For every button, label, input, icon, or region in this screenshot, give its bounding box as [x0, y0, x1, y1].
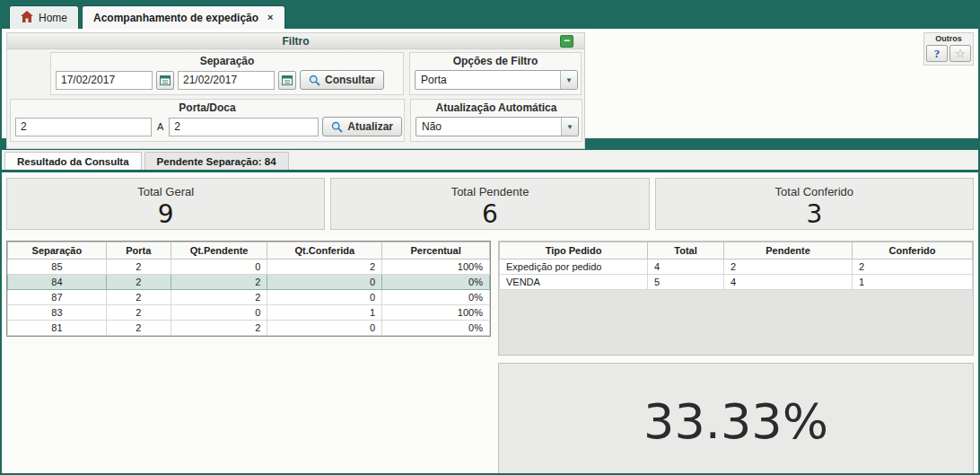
- table-cell[interactable]: 2: [106, 259, 171, 275]
- separacao-table: SeparaçãoPortaQt.PendenteQt.ConferidaPer…: [7, 242, 490, 336]
- table-header-row: SeparaçãoPortaQt.PendenteQt.ConferidaPer…: [8, 242, 490, 259]
- group-separacao-title: Separação: [56, 55, 398, 67]
- consultar-button[interactable]: Consultar: [300, 70, 384, 90]
- atualizar-button[interactable]: Atualizar: [322, 117, 402, 136]
- table-cell[interactable]: 85: [8, 259, 107, 275]
- table-cell[interactable]: 81: [8, 321, 107, 336]
- table-cell[interactable]: 1: [853, 275, 973, 290]
- card-total-pendente: Total Pendente 6: [330, 178, 649, 230]
- collapse-filter-button[interactable]: −: [560, 35, 573, 48]
- table-cell[interactable]: 5: [648, 275, 724, 290]
- table-row[interactable]: 812200%: [8, 321, 490, 336]
- result-tab-bar: Resultado da Consulta Pendente Separação…: [2, 150, 978, 172]
- porta-from-input[interactable]: [15, 118, 152, 136]
- app-window: Home Acompanhamento de expedição × Filtr…: [0, 0, 980, 475]
- table-cell[interactable]: 2: [171, 275, 267, 290]
- group-atualizacao-automatica: Atualização Automática Não ▼: [410, 99, 582, 142]
- table-cell[interactable]: 2: [106, 321, 171, 336]
- table-cell[interactable]: Expedição por pedido: [500, 259, 648, 275]
- table-cell[interactable]: 84: [8, 275, 107, 290]
- table-cell[interactable]: 1: [267, 305, 382, 321]
- filtro-tipo-select[interactable]: Porta ▼: [415, 70, 578, 90]
- home-icon: [21, 11, 33, 25]
- table-cell[interactable]: 0: [267, 321, 382, 336]
- card-label: Total Conferido: [656, 185, 973, 198]
- table-cell[interactable]: 100%: [382, 259, 490, 275]
- percentual-conferido-value: 33.33%: [643, 393, 828, 450]
- tab-main-label: Acompanhamento de expedição: [93, 12, 258, 24]
- card-value: 6: [331, 199, 648, 229]
- outros-panel: Outros ? ☆: [923, 32, 974, 66]
- table-row[interactable]: 872200%: [8, 290, 490, 305]
- summary-cards: Total Geral 9 Total Pendente 6 Total Con…: [2, 172, 978, 235]
- help-button[interactable]: ?: [926, 45, 948, 62]
- tipo-pedido-panel: Tipo PedidoTotalPendenteConferido Expedi…: [498, 241, 974, 356]
- consultar-label: Consultar: [325, 74, 375, 86]
- date-from-input[interactable]: [56, 71, 153, 90]
- outros-title: Outros: [926, 34, 971, 43]
- group-atualizacao-title: Atualização Automática: [416, 101, 577, 114]
- column-header[interactable]: Separação: [8, 242, 107, 259]
- group-opcoes-filtro: Opções de Filtro Porta ▼: [409, 52, 582, 95]
- table-row[interactable]: 85202100%: [8, 259, 490, 275]
- table-cell[interactable]: 2: [106, 275, 171, 290]
- table-row[interactable]: VENDA541: [500, 275, 973, 290]
- tab-resultado-consulta[interactable]: Resultado da Consulta: [4, 152, 142, 170]
- card-total-conferido: Total Conferido 3: [655, 178, 974, 230]
- table-cell[interactable]: 0%: [382, 290, 490, 305]
- table-cell[interactable]: VENDA: [500, 275, 648, 290]
- chevron-down-icon[interactable]: ▼: [561, 118, 578, 136]
- column-header[interactable]: Porta: [106, 242, 171, 259]
- chevron-down-icon[interactable]: ▼: [560, 71, 577, 89]
- table-row[interactable]: Expedição por pedido422: [500, 259, 973, 275]
- column-header[interactable]: Conferido: [853, 242, 973, 259]
- table-row[interactable]: 842200%: [8, 275, 490, 290]
- table-cell[interactable]: 83: [8, 305, 107, 321]
- table-cell[interactable]: 2: [853, 259, 973, 275]
- tab-acompanhamento-expedicao[interactable]: Acompanhamento de expedição ×: [82, 5, 284, 29]
- group-porta-doca: Porta/Doca A Atualizar: [10, 99, 405, 142]
- table-cell[interactable]: 0%: [382, 275, 490, 290]
- calendar-from-button[interactable]: [156, 71, 174, 90]
- table-row[interactable]: 83201100%: [8, 305, 490, 321]
- table-cell[interactable]: 100%: [382, 305, 490, 321]
- table-cell[interactable]: 0: [267, 290, 382, 305]
- close-tab-icon[interactable]: ×: [267, 13, 273, 22]
- table-cell[interactable]: 0: [171, 259, 267, 275]
- table-cell[interactable]: 0: [267, 275, 382, 290]
- column-header[interactable]: Qt.Pendente: [171, 242, 267, 259]
- tab-home-label: Home: [39, 12, 67, 24]
- table-cell[interactable]: 2: [171, 321, 267, 336]
- group-separacao: Separação Consu: [50, 52, 404, 95]
- column-header[interactable]: Tipo Pedido: [500, 242, 648, 259]
- favorite-button[interactable]: ☆: [949, 45, 971, 62]
- table-cell[interactable]: 2: [106, 290, 171, 305]
- table-cell[interactable]: 4: [648, 259, 724, 275]
- column-header[interactable]: Pendente: [724, 242, 853, 259]
- search-icon: [309, 75, 320, 86]
- atualizacao-automatica-select[interactable]: Não ▼: [416, 117, 579, 136]
- question-mark-icon: ?: [934, 47, 941, 61]
- table-cell[interactable]: 0%: [382, 321, 490, 336]
- table-cell[interactable]: 2: [106, 305, 171, 321]
- table-cell[interactable]: 0: [171, 305, 267, 321]
- filter-body: Separação Consu: [7, 49, 584, 148]
- table-cell[interactable]: 4: [724, 275, 853, 290]
- filter-panel-header: Filtro −: [7, 33, 584, 49]
- table-cell[interactable]: 2: [171, 290, 267, 305]
- column-header[interactable]: Percentual: [382, 242, 490, 259]
- calendar-to-button[interactable]: [278, 71, 296, 90]
- star-icon: ☆: [955, 48, 966, 59]
- column-header[interactable]: Total: [648, 242, 724, 259]
- tab-home[interactable]: Home: [9, 5, 79, 29]
- table-cell[interactable]: 2: [724, 259, 853, 275]
- card-label: Total Geral: [7, 185, 324, 198]
- porta-to-input[interactable]: [169, 118, 319, 136]
- table-cell[interactable]: 87: [8, 290, 107, 305]
- table-cell[interactable]: 2: [267, 259, 382, 275]
- calendar-icon: [160, 75, 171, 85]
- tab-pendente-separacao[interactable]: Pendente Separação: 84: [144, 152, 289, 170]
- date-to-input[interactable]: [178, 71, 275, 90]
- range-separator-label: A: [155, 121, 165, 132]
- column-header[interactable]: Qt.Conferida: [267, 242, 382, 259]
